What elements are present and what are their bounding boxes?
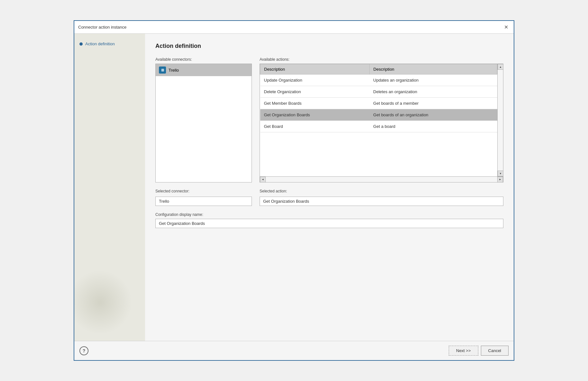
table-header-row: Description Description <box>260 64 497 75</box>
actions-table-element: Description Description Update Organizat… <box>260 64 497 132</box>
actions-table-wrapper: Description Description Update Organizat… <box>260 64 503 182</box>
connectors-list[interactable]: ⊞ Trello <box>155 64 252 182</box>
selected-fields-row: Selected connector: Selected action: <box>155 189 503 206</box>
footer-left: ? <box>79 346 88 355</box>
dialog-body: Action definition Action definition Avai… <box>74 34 514 341</box>
table-scroll-outer: Description Description Update Organizat… <box>260 64 503 176</box>
action-desc-cell: Updates an organization <box>369 75 497 86</box>
scroll-track <box>498 70 503 171</box>
title-bar: Connector action instance ✕ <box>74 21 514 34</box>
actions-table[interactable]: Description Description Update Organizat… <box>260 64 497 176</box>
config-name-group: Configuration display name: <box>155 212 503 228</box>
selected-connector-group: Selected connector: <box>155 189 252 206</box>
sidebar-watermark <box>74 270 132 334</box>
table-row[interactable]: Update Organization Updates an organizat… <box>260 75 497 86</box>
actions-column: Available actions: Description Descripti… <box>260 57 503 182</box>
action-name-cell: Delete Organization <box>260 86 370 98</box>
table-row[interactable]: Get Board Get a board <box>260 121 497 132</box>
sidebar-item-action-definition[interactable]: Action definition <box>79 40 140 48</box>
help-button[interactable]: ? <box>79 346 88 355</box>
selected-action-group: Selected action: <box>260 189 503 206</box>
action-desc-cell: Deletes an organization <box>369 86 497 98</box>
horizontal-scrollbar[interactable]: ◄ ► <box>260 176 503 182</box>
trello-icon-label: ⊞ <box>161 68 164 72</box>
config-display-name-input[interactable] <box>155 219 503 228</box>
sidebar-dot <box>79 42 83 46</box>
table-row[interactable]: Get Organization Boards Get boards of an… <box>260 109 497 121</box>
col-header-desc: Description <box>369 64 497 75</box>
footer-right: Next >> Cancel <box>449 346 509 356</box>
connector-name: Trello <box>169 68 179 73</box>
dialog-footer: ? Next >> Cancel <box>74 341 514 360</box>
vertical-scrollbar[interactable]: ▲ ▼ <box>497 64 503 176</box>
connectors-column: Available connectors: ⊞ Trello <box>155 57 252 182</box>
available-connectors-label: Available connectors: <box>155 57 252 62</box>
scroll-left-button[interactable]: ◄ <box>260 177 266 182</box>
selected-action-label: Selected action: <box>260 189 503 193</box>
next-button[interactable]: Next >> <box>449 346 478 356</box>
selected-action-input[interactable] <box>260 197 503 206</box>
table-row[interactable]: Get Member Boards Get boards of a member <box>260 98 497 109</box>
dialog-title: Connector action instance <box>78 25 126 30</box>
trello-icon: ⊞ <box>159 66 166 74</box>
action-name-cell: Get Board <box>260 121 370 132</box>
cancel-button[interactable]: Cancel <box>481 346 509 356</box>
config-display-name-label: Configuration display name: <box>155 212 503 217</box>
action-name-cell: Update Organization <box>260 75 370 86</box>
action-name-cell: Get Organization Boards <box>260 109 370 121</box>
table-row[interactable]: Delete Organization Deletes an organizat… <box>260 86 497 98</box>
two-col-section: Available connectors: ⊞ Trello Available… <box>155 57 503 182</box>
selected-connector-input[interactable] <box>155 197 252 206</box>
selected-connector-label: Selected connector: <box>155 189 252 193</box>
action-desc-cell: Get boards of a member <box>369 98 497 109</box>
scroll-right-button[interactable]: ► <box>497 177 503 182</box>
dialog-container: Connector action instance ✕ Action defin… <box>74 20 514 361</box>
scroll-down-button[interactable]: ▼ <box>498 171 503 176</box>
action-desc-cell: Get boards of an organization <box>369 109 497 121</box>
connector-item-trello[interactable]: ⊞ Trello <box>156 64 252 76</box>
h-scroll-track <box>266 177 497 182</box>
close-button[interactable]: ✕ <box>502 23 510 31</box>
action-desc-cell: Get a board <box>369 121 497 132</box>
col-header-name: Description <box>260 64 370 75</box>
sidebar-item-label: Action definition <box>85 41 115 46</box>
section-title: Action definition <box>155 43 503 49</box>
sidebar: Action definition <box>74 34 145 341</box>
action-name-cell: Get Member Boards <box>260 98 370 109</box>
scroll-up-button[interactable]: ▲ <box>498 64 503 70</box>
available-actions-label: Available actions: <box>260 57 503 62</box>
main-content: Action definition Available connectors: … <box>145 34 514 341</box>
